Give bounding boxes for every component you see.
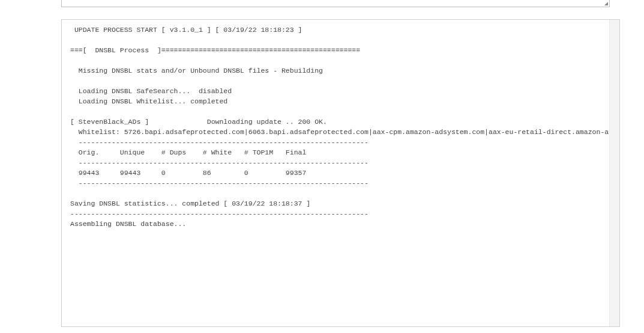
log-line: Missing DNSBL stats and/or Unbound DNSBL… xyxy=(70,67,323,75)
log-line: [ StevenBlack_ADs ] Downloading update .… xyxy=(70,118,327,126)
log-line: 99443 99443 0 86 0 99357 xyxy=(70,169,364,177)
log-output-panel: UPDATE PROCESS START [ v3.1.0_1 ] [ 03/1… xyxy=(61,19,620,327)
scrollbar-vertical[interactable] xyxy=(609,20,619,326)
log-line: Loading DNSBL SafeSearch... disabled xyxy=(70,87,232,95)
log-text: UPDATE PROCESS START [ v3.1.0_1 ] [ 03/1… xyxy=(62,20,619,234)
log-line: Loading DNSBL Whitelist... completed xyxy=(70,97,227,105)
log-line: ----------------------------------------… xyxy=(70,138,369,146)
log-line: Whitelist: 5726.bapi.adsafeprotected.com… xyxy=(70,128,619,136)
log-line: Saving DNSBL statistics... completed [ 0… xyxy=(70,200,310,207)
log-line: ===[ DNSBL Process ]====================… xyxy=(70,46,360,54)
log-line: ----------------------------------------… xyxy=(70,159,369,166)
log-line: UPDATE PROCESS START [ v3.1.0_1 ] [ 03/1… xyxy=(70,26,302,34)
log-line: Assembling DNSBL database... xyxy=(70,220,186,228)
log-line: ----------------------------------------… xyxy=(70,210,369,218)
upper-textarea[interactable] xyxy=(61,0,610,7)
log-line: ----------------------------------------… xyxy=(70,179,369,187)
log-line: Orig. Unique # Dups # White # TOP1M Fina… xyxy=(70,148,364,156)
resize-handle-icon[interactable] xyxy=(602,0,609,7)
